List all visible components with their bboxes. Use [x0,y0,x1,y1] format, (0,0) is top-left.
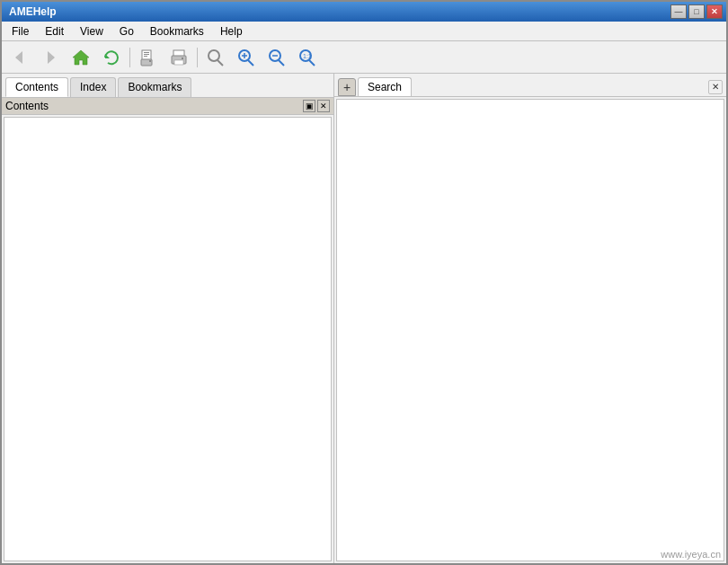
zoom-reset-icon: 1:1 [297,48,317,67]
find-button[interactable] [201,45,230,70]
maximize-button[interactable]: □ [688,4,705,19]
svg-point-14 [209,50,219,61]
home-button[interactable] [67,45,95,70]
svg-rect-13 [182,57,183,59]
left-panel: Contents Index Bookmarks Contents ▣ ✕ [2,74,334,563]
menu-view[interactable]: View [72,22,111,40]
back-button[interactable] [5,45,34,70]
zoom-in-button[interactable] [232,45,261,70]
right-panel-body [336,99,724,561]
window-title: AMEHelp [5,5,57,18]
print-preview-icon [138,48,158,67]
menu-bookmarks[interactable]: Bookmarks [142,22,212,40]
right-panel: + Search ✕ [334,74,726,563]
tab-bookmarks[interactable]: Bookmarks [118,77,191,97]
watermark: www.iyeya.cn [661,549,721,560]
left-panel-close-button[interactable]: ✕ [317,100,330,112]
refresh-icon [102,48,121,67]
window-close-button[interactable]: ✕ [706,4,723,19]
svg-rect-9 [149,60,151,62]
svg-line-21 [279,60,284,66]
print-button[interactable] [164,45,193,70]
menu-help[interactable]: Help [212,22,251,40]
detach-button[interactable]: ▣ [303,100,315,112]
print-preview-button[interactable] [134,45,163,70]
right-panel-close-button[interactable]: ✕ [708,80,723,94]
svg-rect-6 [144,54,149,55]
menu-file[interactable]: File [4,22,37,40]
print-icon [169,48,189,67]
window-controls: — □ ✕ [670,4,723,19]
svg-marker-3 [105,54,110,58]
minimize-button[interactable]: — [670,4,687,19]
title-bar: AMEHelp — □ ✕ [2,2,726,22]
toolbar: 1:1 [2,41,726,74]
svg-line-15 [218,60,223,66]
content-area: Contents Index Bookmarks Contents ▣ ✕ + … [2,74,726,563]
zoom-out-button[interactable] [262,45,291,70]
svg-line-17 [248,60,253,66]
svg-marker-1 [48,51,55,64]
back-icon [10,48,30,67]
menu-edit[interactable]: Edit [37,22,72,40]
svg-text:1:1: 1:1 [303,53,312,59]
left-panel-body [4,117,332,561]
find-icon [206,48,226,67]
left-panel-header: Contents ▣ ✕ [2,98,333,115]
home-icon [71,48,91,67]
svg-marker-0 [15,51,22,64]
zoom-reset-button[interactable]: 1:1 [293,45,322,70]
toolbar-separator-1 [129,48,130,67]
svg-rect-7 [144,56,147,57]
toolbar-separator-2 [197,48,198,67]
zoom-out-icon [267,48,287,67]
forward-button[interactable] [36,45,65,70]
tab-contents[interactable]: Contents [5,77,68,97]
svg-marker-2 [73,50,89,65]
refresh-button[interactable] [97,45,126,70]
left-panel-title: Contents [5,100,49,112]
tab-index[interactable]: Index [70,77,116,97]
left-tabs: Contents Index Bookmarks [2,74,333,98]
svg-line-24 [309,60,315,66]
svg-rect-5 [144,52,149,53]
add-tab-button[interactable]: + [338,78,356,96]
zoom-in-icon [236,48,256,67]
main-window: AMEHelp — □ ✕ File Edit View Go Bookmark… [0,0,728,565]
menu-go[interactable]: Go [111,22,142,40]
left-panel-header-controls: ▣ ✕ [303,100,330,112]
tab-search[interactable]: Search [358,77,412,96]
forward-icon [40,48,60,67]
svg-rect-12 [174,60,183,65]
right-tabs: + Search ✕ [334,74,726,97]
menu-bar: File Edit View Go Bookmarks Help [2,22,726,41]
